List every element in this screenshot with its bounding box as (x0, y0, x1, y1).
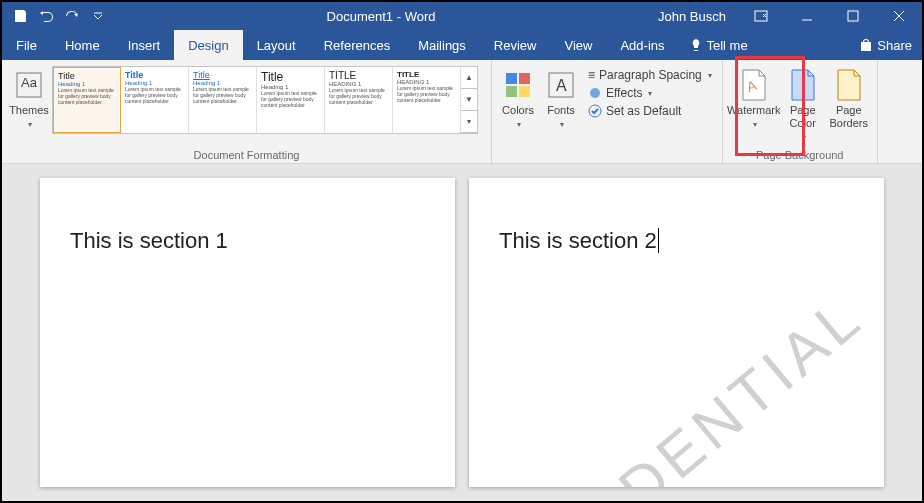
tab-review[interactable]: Review (480, 30, 551, 60)
page-color-icon (786, 68, 820, 102)
tab-view[interactable]: View (550, 30, 606, 60)
svg-rect-6 (506, 86, 517, 97)
fonts-label: Fonts (547, 104, 575, 116)
style-set-item[interactable]: TitleHeading 1Lorem ipsum text sample fo… (257, 67, 325, 133)
style-set-item[interactable]: TitleHeading 1Lorem ipsum text sample fo… (53, 67, 121, 133)
group-page-background: A Watermark▾ Page Color▾ Page Borders Pa… (722, 60, 878, 163)
page-borders-icon (832, 68, 866, 102)
watermark-label: Watermark (727, 104, 780, 116)
group-label-document-formatting: Document Formatting (6, 147, 487, 161)
checkmark-icon (588, 104, 602, 118)
title-bar: Document1 - Word John Busch (2, 2, 922, 30)
ribbon-tabs: File Home Insert Design Layout Reference… (2, 30, 922, 60)
effects-button[interactable]: Effects▾ (588, 86, 712, 100)
group-label-page-background: Page Background (727, 147, 873, 161)
user-name[interactable]: John Busch (646, 9, 738, 24)
tell-me-button[interactable]: Tell me (679, 30, 758, 60)
svg-point-10 (590, 88, 600, 98)
tab-addins[interactable]: Add-ins (606, 30, 678, 60)
themes-icon: Aa (12, 68, 46, 102)
watermark-overlay: CONFIDENTIAL (469, 282, 876, 487)
tab-design[interactable]: Design (174, 30, 242, 60)
colors-button[interactable]: Colors▾ (496, 64, 540, 131)
close-button[interactable] (876, 2, 922, 30)
page-1[interactable]: This is section 1 (40, 178, 455, 487)
chevron-down-icon: ▾ (517, 120, 521, 129)
themes-button[interactable]: Aa Themes▾ (6, 64, 52, 131)
group-document-formatting: Aa Themes▾ TitleHeading 1Lorem ipsum tex… (2, 60, 492, 163)
style-set-item[interactable]: TITLEHEADING 1Lorem ipsum text sample fo… (393, 67, 461, 133)
page-color-label: Page Color (790, 104, 816, 129)
tab-file[interactable]: File (2, 30, 51, 60)
svg-text:Aa: Aa (21, 75, 38, 90)
undo-button[interactable] (34, 4, 58, 28)
page-2[interactable]: This is section 2 CONFIDENTIAL (469, 178, 884, 487)
chevron-down-icon: ▾ (648, 89, 652, 98)
set-as-default-button[interactable]: Set as Default (588, 104, 712, 118)
fonts-button[interactable]: A Fonts▾ (540, 64, 582, 131)
share-button[interactable]: Share (849, 30, 922, 60)
quick-access-toolbar (2, 4, 116, 28)
qat-customize-button[interactable] (86, 4, 110, 28)
tab-layout[interactable]: Layout (243, 30, 310, 60)
style-set-item[interactable]: TITLEHEADING 1Lorem ipsum text sample fo… (325, 67, 393, 133)
chevron-down-icon: ▾ (560, 120, 564, 129)
gallery-expand[interactable]: ▾ (461, 111, 477, 133)
gallery-scroll-up[interactable]: ▲ (461, 67, 477, 89)
watermark-icon: A (737, 68, 771, 102)
redo-button[interactable] (60, 4, 84, 28)
chevron-down-icon: ▾ (28, 120, 32, 129)
colors-label: Colors (502, 104, 534, 116)
window-title: Document1 - Word (116, 9, 646, 24)
ribbon: Aa Themes▾ TitleHeading 1Lorem ipsum tex… (2, 60, 922, 164)
chevron-down-icon: ▾ (753, 120, 757, 129)
watermark-button[interactable]: A Watermark▾ (727, 64, 781, 131)
page-borders-label: Page Borders (830, 104, 869, 129)
page-color-button[interactable]: Page Color▾ (781, 64, 825, 144)
style-set-item[interactable]: TitleHeading 1Lorem ipsum text sample fo… (121, 67, 189, 133)
document-canvas[interactable]: This is section 1 This is section 2 CONF… (2, 164, 922, 501)
svg-rect-7 (519, 86, 530, 97)
section-1-text: This is section 1 (70, 228, 228, 253)
tab-mailings[interactable]: Mailings (404, 30, 480, 60)
chevron-down-icon: ▾ (708, 71, 712, 80)
colors-icon (501, 68, 535, 102)
save-button[interactable] (8, 4, 32, 28)
tab-references[interactable]: References (310, 30, 404, 60)
svg-rect-4 (506, 73, 517, 84)
ribbon-display-options-button[interactable] (738, 2, 784, 30)
paragraph-spacing-button[interactable]: ≡Paragraph Spacing▾ (588, 68, 712, 82)
page-borders-button[interactable]: Page Borders (825, 64, 873, 130)
style-set-gallery[interactable]: TitleHeading 1Lorem ipsum text sample fo… (52, 66, 478, 134)
style-set-item[interactable]: TitleHeading 1Lorem ipsum text sample fo… (189, 67, 257, 133)
effects-icon (588, 86, 602, 100)
fonts-icon: A (544, 68, 578, 102)
gallery-scroll: ▲ ▼ ▾ (461, 67, 477, 133)
gallery-scroll-down[interactable]: ▼ (461, 89, 477, 111)
tell-me-label: Tell me (707, 38, 748, 53)
themes-label: Themes (9, 104, 49, 116)
minimize-button[interactable] (784, 2, 830, 30)
chevron-down-icon: ▾ (802, 133, 806, 142)
svg-rect-5 (519, 73, 530, 84)
svg-text:A: A (556, 77, 567, 94)
tab-insert[interactable]: Insert (114, 30, 175, 60)
maximize-button[interactable] (830, 2, 876, 30)
tab-home[interactable]: Home (51, 30, 114, 60)
share-icon (859, 38, 873, 52)
lightbulb-icon (689, 38, 703, 52)
section-2-text: This is section 2 (499, 228, 659, 253)
share-label: Share (877, 38, 912, 53)
svg-rect-1 (848, 11, 858, 21)
group-colors-fonts: Colors▾ A Fonts▾ ≡Paragraph Spacing▾ Eff… (492, 60, 722, 163)
formatting-options: ≡Paragraph Spacing▾ Effects▾ Set as Defa… (582, 64, 718, 122)
window-controls (738, 2, 922, 30)
paragraph-spacing-icon: ≡ (588, 68, 595, 82)
